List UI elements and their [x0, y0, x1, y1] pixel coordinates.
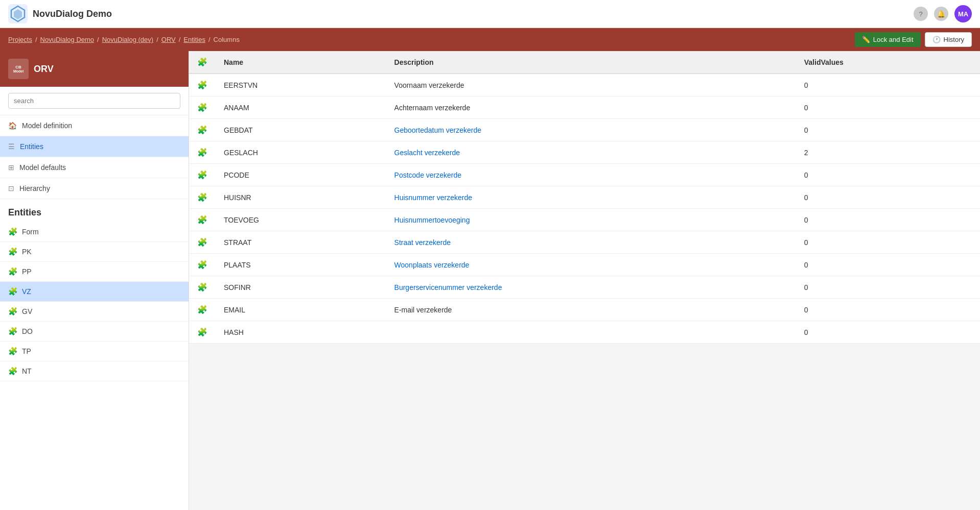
row-valid-values: 0 [796, 96, 980, 119]
table-row[interactable]: 🧩EERSTVNVoornaam verzekerde0 [189, 74, 980, 96]
sidebar-logo-icon: CB Model [8, 59, 29, 79]
breadcrumb-entities[interactable]: Entities [183, 36, 205, 43]
sidebar-item-model-definition-label: Model definition [22, 122, 72, 130]
row-name: PLAATS [216, 254, 386, 276]
lock-icon: ✏️ [862, 36, 870, 43]
row-icon-cell: 🧩 [189, 119, 216, 141]
table-row[interactable]: 🧩EMAILE-mail verzekerde0 [189, 299, 980, 321]
search-input[interactable] [8, 93, 180, 109]
row-valid-values: 0 [796, 164, 980, 186]
row-icon-cell: 🧩 [189, 186, 216, 209]
puzzle-icon: 🧩 [8, 247, 18, 256]
table-row[interactable]: 🧩ANAAMAchternaam verzekerde0 [189, 96, 980, 119]
breadcrumb-novudialog-demo[interactable]: NovuDialog Demo [40, 36, 95, 43]
table-row[interactable]: 🧩GEBDATGeboortedatum verzekerde0 [189, 119, 980, 141]
sidebar-item-entities-label: Entities [20, 142, 43, 151]
history-icon: 🕐 [932, 36, 941, 43]
sidebar-item-model-definition[interactable]: 🏠 Model definition [0, 115, 189, 136]
sidebar-item-entities[interactable]: ☰ Entities [0, 136, 189, 157]
sidebar-title: ORV [34, 64, 54, 75]
nav-actions: ? 🔔 MA [914, 5, 972, 22]
list-icon: ☰ [8, 142, 15, 151]
table-row[interactable]: 🧩PCODEPostcode verzekerde0 [189, 164, 980, 186]
content-area: 🧩 Name Description ValidValues 🧩EERSTVNV… [189, 51, 980, 510]
row-name: TOEVOEG [216, 209, 386, 231]
puzzle-icon: 🧩 [8, 267, 18, 276]
history-button[interactable]: 🕐 History [925, 32, 972, 47]
table-row[interactable]: 🧩STRAATStraat verzekerde0 [189, 231, 980, 254]
puzzle-icon: 🧩 [197, 260, 207, 269]
row-icon-cell: 🧩 [189, 299, 216, 321]
sidebar-item-hierarchy[interactable]: ⊡ Hierarchy [0, 178, 189, 199]
entity-item-pk[interactable]: 🧩 PK [0, 242, 189, 262]
row-name: GESLACH [216, 141, 386, 164]
breadcrumb-orv[interactable]: ORV [161, 36, 176, 43]
entity-item-tp[interactable]: 🧩 TP [0, 342, 189, 361]
entity-item-pp[interactable]: 🧩 PP [0, 262, 189, 282]
hierarchy-icon: ⊡ [8, 184, 14, 192]
row-valid-values: 0 [796, 276, 980, 299]
sidebar-item-model-defaults[interactable]: ⊞ Model defaults [0, 157, 189, 178]
row-icon-cell: 🧩 [189, 141, 216, 164]
table-row[interactable]: 🧩PLAATSWoonplaats verzekerde0 [189, 254, 980, 276]
table-row[interactable]: 🧩HUISNRHuisnummer verzekerde0 [189, 186, 980, 209]
entity-item-vz[interactable]: 🧩 VZ [0, 282, 189, 302]
entity-item-form[interactable]: 🧩 Form [0, 222, 189, 242]
entity-item-gv[interactable]: 🧩 GV [0, 302, 189, 322]
table-header-validvalues: ValidValues [796, 51, 980, 74]
table-row[interactable]: 🧩GESLACHGeslacht verzekerde2 [189, 141, 980, 164]
entities-section-title: Entities [0, 199, 189, 222]
avatar[interactable]: MA [954, 5, 972, 22]
puzzle-icon: 🧩 [197, 148, 207, 157]
puzzle-icon: 🧩 [8, 307, 18, 316]
entity-item-do[interactable]: 🧩 DO [0, 322, 189, 342]
bell-icon[interactable]: 🔔 [934, 7, 948, 21]
entities-list: 🧩 Form 🧩 PK 🧩 PP 🧩 VZ 🧩 GV 🧩 DO [0, 222, 189, 381]
home-icon: 🏠 [8, 122, 17, 130]
breadcrumb-current: Columns [214, 36, 240, 43]
row-name: EERSTVN [216, 74, 386, 96]
sidebar-search-container [0, 87, 189, 115]
puzzle-icon: 🧩 [197, 193, 207, 202]
table-header-description: Description [386, 51, 796, 74]
table-row[interactable]: 🧩TOEVOEGHuisnummertoevoeging0 [189, 209, 980, 231]
nav-brand: NovuDialog Demo [8, 4, 112, 23]
breadcrumb-novudialog-dev[interactable]: NovuDialog (dev) [102, 36, 153, 43]
row-description: Geboortedatum verzekerde [386, 119, 796, 141]
row-name: ANAAM [216, 96, 386, 119]
help-icon[interactable]: ? [914, 7, 928, 21]
row-valid-values: 0 [796, 321, 980, 344]
puzzle-icon: 🧩 [8, 327, 18, 336]
entity-label: NT [22, 367, 32, 375]
row-description: Straat verzekerde [386, 231, 796, 254]
puzzle-icon: 🧩 [197, 126, 207, 134]
row-name: STRAAT [216, 231, 386, 254]
row-name: HASH [216, 321, 386, 344]
breadcrumb-actions: ✏️ Lock and Edit 🕐 History [855, 32, 972, 47]
row-description: Huisnummertoevoeging [386, 209, 796, 231]
table-header-name: Name [216, 51, 386, 74]
puzzle-icon: 🧩 [197, 103, 207, 112]
row-icon-cell: 🧩 [189, 254, 216, 276]
sidebar-header: CB Model ORV [0, 51, 189, 87]
table-header-puzzle-icon: 🧩 [197, 58, 207, 66]
puzzle-icon: 🧩 [197, 328, 207, 336]
puzzle-icon: 🧩 [197, 238, 207, 247]
row-icon-cell: 🧩 [189, 231, 216, 254]
table-row[interactable]: 🧩HASH0 [189, 321, 980, 344]
sidebar-item-hierarchy-label: Hierarchy [19, 184, 50, 192]
table-row[interactable]: 🧩SOFINRBurgerservicenummer verzekerde0 [189, 276, 980, 299]
breadcrumb-projects[interactable]: Projects [8, 36, 32, 43]
breadcrumb-bar: Projects / NovuDialog Demo / NovuDialog … [0, 28, 980, 51]
columns-table: 🧩 Name Description ValidValues 🧩EERSTVNV… [189, 51, 980, 344]
row-icon-cell: 🧩 [189, 74, 216, 96]
puzzle-icon: 🧩 [8, 287, 18, 296]
row-description: Postcode verzekerde [386, 164, 796, 186]
row-description: Geslacht verzekerde [386, 141, 796, 164]
grid-icon: ⊞ [8, 163, 14, 172]
entity-item-nt[interactable]: 🧩 NT [0, 361, 189, 381]
top-nav: NovuDialog Demo ? 🔔 MA [0, 0, 980, 28]
breadcrumb: Projects / NovuDialog Demo / NovuDialog … [8, 36, 240, 43]
lock-edit-button[interactable]: ✏️ Lock and Edit [855, 32, 921, 47]
row-valid-values: 0 [796, 254, 980, 276]
